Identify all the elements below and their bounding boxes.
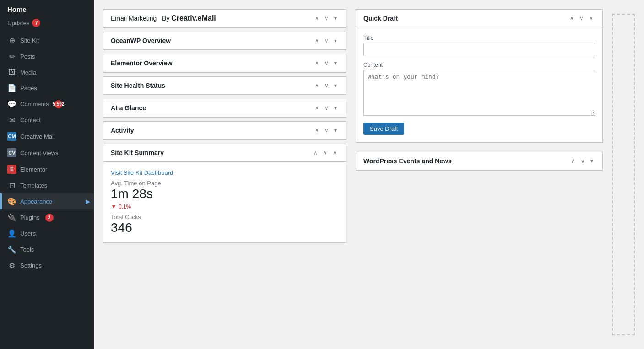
activity-down[interactable]: ∨: [323, 126, 330, 134]
sidebar-updates[interactable]: Updates 7: [0, 17, 94, 32]
quick-draft-controls: ∧ ∨ ∧: [568, 14, 595, 22]
sidebar-item-label: Media: [20, 69, 36, 76]
creative-mail-icon: CM: [7, 132, 16, 141]
oceanwp-menu[interactable]: ▾: [332, 37, 339, 45]
sidebar-item-tools[interactable]: 🔧 Tools: [0, 242, 94, 258]
widget-email-marketing-header: Email Marketing By Creativ.eMail ∧ ∨ ▾: [103, 10, 346, 27]
sidebar-home[interactable]: Home: [0, 0, 94, 17]
at-glance-menu[interactable]: ▾: [332, 104, 339, 112]
widget-at-glance-header: At a Glance ∧ ∨ ▾: [103, 99, 346, 117]
wp-events-up[interactable]: ∧: [569, 157, 577, 165]
site-kit-body: Visit Site Kit Dashboard Avg. Time on Pa…: [103, 162, 346, 242]
sidebar-item-elementor[interactable]: E Elementor: [0, 161, 94, 177]
sidebar-item-label: Tools: [20, 246, 34, 253]
widget-at-glance: At a Glance ∧ ∨ ▾: [103, 99, 346, 118]
users-icon: 👤: [7, 229, 16, 238]
elementor-down[interactable]: ∨: [323, 59, 330, 67]
email-marketing-down[interactable]: ∨: [323, 14, 330, 22]
email-marketing-up[interactable]: ∧: [313, 14, 321, 22]
sidebar-item-creative-mail[interactable]: CM Creative Mail: [0, 128, 94, 145]
appearance-icon: 🎨: [7, 197, 16, 206]
site-kit-title: Site Kit Summary: [111, 149, 164, 156]
left-column: Email Marketing By Creativ.eMail ∧ ∨ ▾ O…: [103, 9, 346, 340]
elementor-up[interactable]: ∧: [313, 59, 321, 67]
sidebar-item-plugins[interactable]: 🔌 Plugins 2: [0, 209, 94, 226]
quick-draft-card: Quick Draft ∧ ∨ ∧ Title Content Save Dra…: [356, 9, 603, 143]
sidebar-item-templates[interactable]: ⊡ Templates: [0, 177, 94, 193]
quick-draft-title: Quick Draft: [363, 15, 398, 22]
quick-draft-expand[interactable]: ∧: [587, 14, 595, 22]
wp-events-menu[interactable]: ▾: [589, 157, 595, 165]
wp-events-controls: ∧ ∨ ▾: [569, 157, 595, 165]
quick-draft-header: Quick Draft ∧ ∨ ∧: [356, 10, 602, 27]
sidebar-item-label: Comments: [20, 101, 49, 107]
change-value: 0.1%: [119, 204, 131, 210]
title-label: Title: [363, 35, 595, 41]
sidebar-item-label: Templates: [20, 182, 47, 189]
total-clicks-value: 346: [111, 220, 339, 235]
sidebar-item-label: Settings: [20, 262, 42, 269]
sidebar-item-label: Site Kit: [20, 37, 39, 44]
site-health-controls: ∧ ∨ ▾: [313, 81, 339, 90]
elementor-menu[interactable]: ▾: [332, 59, 339, 67]
contact-icon: ✉: [7, 116, 16, 124]
sidebar: Home Updates 7 ⊕ Site Kit ✏ Posts 🖼 Medi…: [0, 0, 94, 349]
tools-icon: 🔧: [7, 245, 16, 254]
sidebar-item-media[interactable]: 🖼 Media: [0, 64, 94, 80]
elementor-controls: ∧ ∨ ▾: [313, 59, 339, 67]
content-textarea[interactable]: [363, 70, 595, 116]
settings-icon: ⚙: [7, 261, 16, 270]
pages-icon: 📄: [7, 84, 16, 92]
sidebar-item-site-kit[interactable]: ⊕ Site Kit: [0, 32, 94, 48]
wp-events-header: WordPress Events and News ∧ ∨ ▾: [356, 152, 602, 170]
email-marketing-menu[interactable]: ▾: [332, 14, 339, 22]
widget-site-health: Site Health Status ∧ ∨ ▾: [103, 76, 346, 95]
site-health-menu[interactable]: ▾: [332, 81, 339, 90]
site-kit-metric-value: 1m 28s: [111, 187, 339, 201]
templates-icon: ⊡: [7, 181, 16, 190]
updates-label: Updates: [7, 20, 29, 27]
sidebar-item-comments[interactable]: 💬 Comments 5,592: [0, 96, 94, 112]
comments-icon: 💬: [7, 100, 16, 108]
activity-menu[interactable]: ▾: [332, 126, 339, 134]
oceanwp-down[interactable]: ∨: [323, 37, 330, 45]
site-kit-expand[interactable]: ∧: [331, 149, 339, 157]
site-kit-icon: ⊕: [7, 36, 16, 45]
content-views-icon: CV: [7, 148, 16, 157]
content-label: Content: [363, 62, 595, 68]
at-glance-up[interactable]: ∧: [313, 104, 321, 112]
site-health-down[interactable]: ∨: [323, 81, 330, 90]
creative-email-brand: Creativ.eMail: [171, 14, 216, 22]
right-column: Quick Draft ∧ ∨ ∧ Title Content Save Dra…: [356, 9, 603, 340]
home-label: Home: [7, 5, 27, 13]
oceanwp-up[interactable]: ∧: [313, 37, 321, 45]
sidebar-item-label: Users: [20, 230, 36, 237]
sidebar-item-label: Appearance: [20, 198, 52, 205]
save-draft-button[interactable]: Save Draft: [363, 123, 404, 135]
oceanwp-title: OceanWP Overview: [111, 37, 171, 44]
appearance-container: 🎨 Appearance ▶ Themes 5 Customize ↖ Widg…: [0, 193, 94, 209]
widget-site-kit-summary: Site Kit Summary ∧ ∨ ∧ Visit Site Kit Da…: [103, 144, 346, 243]
activity-up[interactable]: ∧: [313, 126, 321, 134]
wp-events-down[interactable]: ∨: [579, 157, 587, 165]
sidebar-item-pages[interactable]: 📄 Pages: [0, 80, 94, 96]
email-marketing-prefix: Email Marketing: [111, 15, 157, 22]
at-glance-down[interactable]: ∨: [323, 104, 330, 112]
sidebar-item-settings[interactable]: ⚙ Settings: [0, 258, 94, 274]
sidebar-item-users[interactable]: 👤 Users: [0, 226, 94, 242]
quick-draft-down[interactable]: ∨: [578, 14, 585, 22]
site-kit-down[interactable]: ∨: [321, 149, 329, 157]
widget-activity-header: Activity ∧ ∨ ▾: [103, 122, 346, 140]
site-kit-dashboard-link[interactable]: Visit Site Kit Dashboard: [111, 169, 173, 176]
sidebar-item-content-views[interactable]: CV Content Views: [0, 145, 94, 161]
site-health-up[interactable]: ∧: [313, 81, 321, 90]
quick-draft-up[interactable]: ∧: [568, 14, 576, 22]
title-input[interactable]: [363, 43, 595, 56]
comments-badge: 5,592: [54, 100, 63, 108]
site-kit-up[interactable]: ∧: [312, 149, 319, 157]
widget-email-marketing: Email Marketing By Creativ.eMail ∧ ∨ ▾: [103, 9, 346, 28]
sidebar-item-appearance[interactable]: 🎨 Appearance ▶: [0, 193, 94, 209]
activity-title: Activity: [111, 127, 134, 134]
sidebar-item-contact[interactable]: ✉ Contact: [0, 112, 94, 128]
sidebar-item-posts[interactable]: ✏ Posts: [0, 48, 94, 64]
